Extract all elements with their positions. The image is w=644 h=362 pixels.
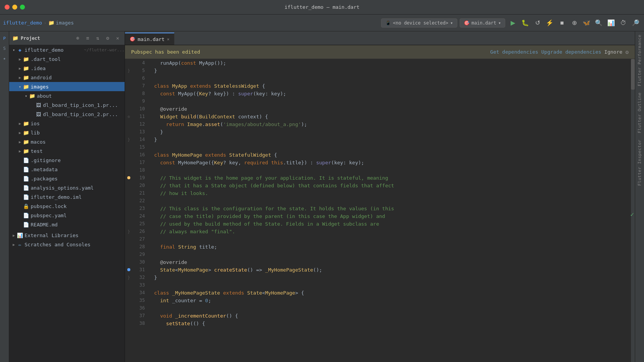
coverage-button[interactable]: 📊 <box>606 18 616 28</box>
device-selector[interactable]: 📱 <no device selected> ▾ <box>381 18 457 28</box>
fold-icon-11[interactable]: ⊙ <box>128 115 130 119</box>
code-line-26: // always marked "final". <box>151 228 631 235</box>
tree-item-pubspec-yaml[interactable]: 📄 pubspec.yaml <box>9 211 125 220</box>
inspect-button[interactable]: 🔍 <box>593 18 604 28</box>
collapse-all-button[interactable]: ≡ <box>84 34 92 42</box>
linenum-18: 18 <box>133 166 148 174</box>
tab-close-button[interactable]: ✕ <box>167 37 169 42</box>
tree-item-readme[interactable]: 📄 README.md <box>9 220 125 229</box>
tree-item-android[interactable]: ▶ 📁 android <box>9 73 125 82</box>
tree-item-lib[interactable]: ▶ 📁 lib <box>9 128 125 137</box>
attach-button[interactable]: ⊕ <box>569 18 580 28</box>
tree-item-dl1[interactable]: 🖼 dl_board_tip_icon_1.pr... <box>9 100 125 110</box>
tree-item-dl2[interactable]: 🖼 dl_board_tip_icon_2.pr... <box>9 110 125 119</box>
tree-item-idea[interactable]: ▶ 📁 .idea <box>9 64 125 73</box>
code-line-13: } <box>151 128 631 136</box>
tree-item-root[interactable]: ▾ ◈ iflutter_demo ~/flutter-wor... <box>9 45 125 54</box>
scrollbar-thumb[interactable] <box>631 59 635 90</box>
metadata-label: .metadata <box>31 167 125 172</box>
settings-button[interactable]: ⚙ <box>104 34 112 42</box>
tree-item-macos[interactable]: ▶ 📁 macos <box>9 137 125 146</box>
tree-item-external-libraries[interactable]: ▶ 📊 External Libraries <box>9 231 125 240</box>
favorites-rail-icon[interactable]: ★ <box>1 54 8 62</box>
packages-icon: 📄 <box>23 175 29 182</box>
ext-lib-icon: 📊 <box>17 232 23 238</box>
gutter-31 <box>125 266 133 274</box>
restart-button[interactable]: ↺ <box>532 18 543 28</box>
right-sidebar: Flutter Performance Flutter Outline Flut… <box>635 31 644 362</box>
editor-scrollbar[interactable]: ✓ <box>631 59 635 362</box>
debug-button[interactable]: 🐛 <box>520 18 531 28</box>
analysis-arrow <box>17 185 23 191</box>
no-errors-checkmark: ✓ <box>630 211 634 218</box>
upgrade-dependencies-link[interactable]: Upgrade dependencies <box>541 49 601 55</box>
gutter-12 <box>125 120 133 128</box>
hot-reload-button[interactable]: ⚡ <box>544 18 555 28</box>
gutter-26: } <box>125 228 133 235</box>
images-folder-icon: 📁 <box>23 84 29 90</box>
structure-rail-icon[interactable]: S <box>1 44 8 52</box>
fold-icon-14[interactable]: } <box>128 138 130 142</box>
get-dependencies-link[interactable]: Get dependencies <box>490 49 538 55</box>
close-panel-button[interactable]: ✕ <box>114 34 122 42</box>
close-button[interactable] <box>5 5 10 10</box>
gitignore-arrow <box>17 157 23 163</box>
gutter-32: } <box>125 274 133 281</box>
tree-item-about[interactable]: ▾ 📁 about <box>9 91 125 100</box>
root-path: ~/flutter-wor... <box>84 48 125 52</box>
tree-item-analysis[interactable]: 📄 analysis_options.yaml <box>9 183 125 192</box>
window-controls[interactable] <box>5 5 25 10</box>
code-line-19: 💡 // This widget is the home page of you… <box>151 174 631 182</box>
minimize-button[interactable] <box>12 5 17 10</box>
tree-item-iml[interactable]: 📄 iflutter_demo.iml <box>9 192 125 201</box>
tab-main-dart[interactable]: 🎯 main.dart ✕ <box>125 33 174 45</box>
stop-button[interactable]: ■ <box>557 18 567 28</box>
tree-item-metadata[interactable]: 📄 .metadata <box>9 165 125 174</box>
code-line-16: class MyHomePage extends StatefulWidget … <box>151 151 631 159</box>
ios-arrow: ▶ <box>17 120 23 126</box>
iml-label: iflutter_demo.iml <box>31 194 125 200</box>
code-line-20: // that it has a State object (defined b… <box>151 182 631 189</box>
fold-icon-5[interactable]: } <box>128 69 130 73</box>
breakpoint-dot-19[interactable] <box>127 176 130 179</box>
tree-item-packages[interactable]: 📄 .packages <box>9 174 125 183</box>
run-config-selector[interactable]: 🎯 main.dart ▾ <box>460 18 505 28</box>
tree-item-ios[interactable]: ▶ 📁 ios <box>9 119 125 128</box>
gutter-22 <box>125 197 133 205</box>
linenum-11: 11 <box>133 113 148 120</box>
flutter-outline-tab[interactable]: Flutter Outline <box>636 89 644 136</box>
linenum-16: 16 <box>133 151 148 159</box>
breadcrumb-project[interactable]: iflutter_demo <box>3 20 42 26</box>
search-everywhere-button[interactable]: 🔎 <box>630 18 641 28</box>
pubspec-settings-icon[interactable]: ⚙ <box>626 49 629 55</box>
linenum-23: 23 <box>133 205 148 212</box>
breadcrumb-folder: images <box>56 20 74 26</box>
flutter-button[interactable]: 🦋 <box>581 18 592 28</box>
gutter-16 <box>125 151 133 159</box>
locate-file-button[interactable]: ⊕ <box>74 34 82 42</box>
flutter-performance-tab[interactable]: Flutter Performance <box>636 31 644 89</box>
top-toolbar: iflutter_demo › 📁 images 📱 <no device se… <box>0 15 644 31</box>
tree-item-scratches[interactable]: ▶ ✏️ Scratches and Consoles <box>9 240 125 249</box>
ignore-link[interactable]: Ignore <box>605 49 623 55</box>
title-bar: iflutter_demo – main.dart <box>0 0 644 15</box>
maximize-button[interactable] <box>20 5 25 10</box>
tree-item-pubspec-lock[interactable]: 🔒 pubspec.lock <box>9 201 125 211</box>
fold-icon-32[interactable]: } <box>128 275 130 280</box>
code-content[interactable]: runApp(const MyApp()); } class MyApp ext… <box>151 59 631 362</box>
run-button[interactable]: ▶ <box>508 18 518 28</box>
dart-tool-arrow: ▶ <box>17 56 23 62</box>
tree-item-dart-tool[interactable]: ▶ 📁 .dart_tool <box>9 54 125 64</box>
profiler-button[interactable]: ⏱ <box>618 18 629 28</box>
project-rail-icon[interactable]: P <box>1 34 8 42</box>
code-editor[interactable]: } ⊙ } <box>125 59 635 362</box>
tree-item-images[interactable]: ▾ 📁 images <box>9 82 125 91</box>
tree-item-test[interactable]: ▶ 📁 test <box>9 146 125 156</box>
tree-item-gitignore[interactable]: 📄 .gitignore <box>9 156 125 165</box>
code-line-12: return Image.asset('images/about/about_a… <box>151 120 631 128</box>
fold-icon-26[interactable]: } <box>128 229 130 234</box>
lib-folder-icon: 📁 <box>23 129 29 136</box>
flutter-inspector-tab[interactable]: Flutter Inspector <box>636 136 644 189</box>
gutter-35 <box>125 296 133 304</box>
sort-button[interactable]: ⇅ <box>94 34 102 42</box>
